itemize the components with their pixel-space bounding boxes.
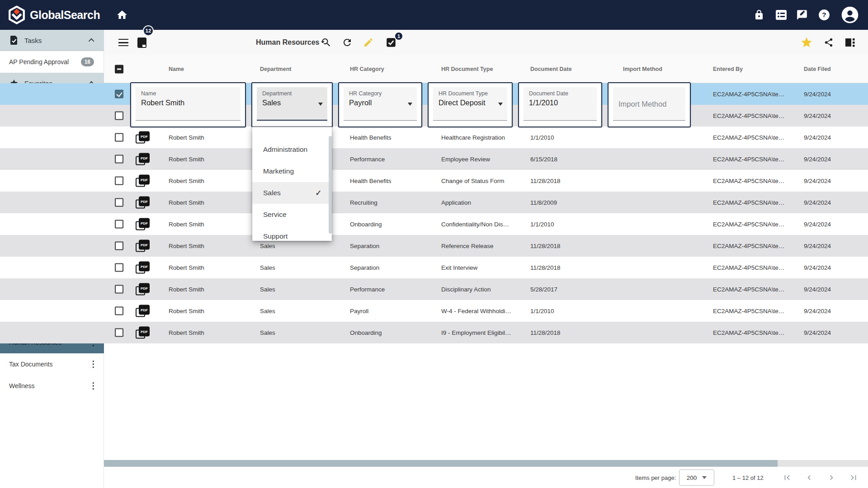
dropdown-arrow-icon[interactable] (498, 103, 503, 106)
row-checkbox[interactable] (115, 112, 123, 120)
viewer-panel-button[interactable] (844, 38, 855, 47)
tasks-selected-button[interactable]: 1 (385, 37, 406, 48)
previous-page-button[interactable] (803, 472, 815, 483)
dropdown-option[interactable]: Support (252, 225, 332, 241)
favorite-button[interactable] (800, 36, 813, 49)
dropdown-blank-option[interactable] (252, 127, 332, 139)
table-row[interactable]: PDFRobert SmithSalesHealth BenefitsChang… (0, 170, 868, 192)
dropdown-option[interactable]: Administration (252, 139, 332, 160)
table-row[interactable]: PDFRobert SmithSalesSeparationReference … (0, 235, 868, 257)
cell-entered-by: EC2AMAZ-4P5CSNA\te… (713, 178, 784, 184)
sidebar-section-tasks[interactable]: Tasks (0, 30, 104, 51)
first-page-button[interactable] (781, 472, 793, 483)
pdf-icon[interactable]: PDF (136, 175, 150, 187)
pdf-icon[interactable]: PDF (136, 283, 150, 296)
row-checkbox[interactable] (115, 220, 123, 229)
next-page-button[interactable] (826, 472, 837, 483)
edit-field-department[interactable]: Department Sales (251, 82, 333, 127)
document-date-input[interactable]: 1/1/2010 (529, 99, 592, 107)
import-method-input[interactable]: Import Method (618, 99, 666, 108)
search-again-button[interactable] (320, 37, 331, 48)
sidebar-item-ap-pending-approval[interactable]: AP Pending Approval 16 (0, 51, 104, 73)
view-list-button[interactable] (771, 0, 791, 30)
column-header-document-date[interactable]: Document Date (530, 66, 572, 72)
table-row[interactable]: PDFRobert SmithSalesPayrollW-4 - Federal… (0, 300, 868, 322)
dropdown-arrow-icon[interactable] (318, 103, 323, 106)
column-header-name[interactable]: Name (169, 66, 184, 72)
table-row[interactable]: PDFRobert SmithSalesPerformanceEmployee … (0, 148, 868, 170)
edit-button[interactable] (363, 37, 374, 48)
home-button[interactable] (112, 0, 132, 30)
cell-entered-by: EC2AMAZ-4P5CSNA\te… (713, 156, 784, 163)
cell-entered-by: EC2AMAZ-4P5CSNA\te… (713, 199, 784, 206)
table-row[interactable]: PDFRobert SmithSalesPerformanceDisciplin… (0, 278, 868, 300)
hr-document-type-select[interactable]: Direct Deposit (439, 99, 503, 107)
dropdown-option[interactable]: Marketing (252, 160, 332, 182)
edit-field-import-method[interactable]: Import Method (608, 82, 691, 127)
pdf-icon[interactable]: PDF (136, 131, 150, 144)
items-per-page-select[interactable]: 200 (679, 469, 714, 486)
row-checkbox[interactable] (115, 242, 123, 250)
option-label: Marketing (263, 167, 294, 175)
row-checkbox[interactable] (115, 133, 123, 142)
refresh-button[interactable] (342, 37, 353, 48)
pdf-icon[interactable]: PDF (136, 197, 150, 209)
select-all-checkbox[interactable] (115, 65, 123, 73)
table-row[interactable]: PDFRobert SmithSalesHealth BenefitsHealt… (0, 127, 868, 148)
row-checkbox[interactable] (115, 328, 123, 337)
sidebar-item-archive-tax-documents[interactable]: Tax Documents ⋮ (0, 353, 104, 375)
dropdown-scrollbar[interactable] (329, 136, 332, 234)
column-header-date-filed[interactable]: Date Filed (804, 66, 831, 72)
table-row[interactable]: PDFRobert SmithSalesOnboardingI9 - Emplo… (0, 322, 868, 343)
pdf-icon[interactable]: PDF (136, 240, 150, 252)
dropdown-option[interactable]: Service (252, 204, 332, 225)
edit-field-hr-category[interactable]: HR Category Payroll (338, 82, 422, 127)
table-row[interactable]: PDFRobert SmithSalesRecruitingApplicatio… (0, 192, 868, 213)
horizontal-scrollbar-track[interactable] (104, 460, 868, 467)
department-select[interactable]: Sales (262, 99, 323, 107)
account-button[interactable] (837, 0, 863, 30)
edit-field-name[interactable]: Name Robert Smith (130, 82, 246, 127)
kebab-menu-icon[interactable]: ⋮ (89, 384, 98, 388)
column-header-entered-by[interactable]: Entered By (713, 66, 743, 72)
lock-button[interactable] (749, 0, 769, 30)
hr-category-select[interactable]: Payroll (349, 99, 412, 107)
dropdown-option[interactable]: Sales✓ (252, 182, 332, 204)
menu-button[interactable] (118, 39, 128, 46)
row-checkbox[interactable] (115, 198, 123, 207)
column-header-hr-document-type[interactable]: HR Document Type (441, 66, 493, 72)
edit-field-document-date[interactable]: Document Date 1/1/2010 (518, 82, 602, 127)
edit-field-hr-document-type[interactable]: HR Document Type Direct Deposit (428, 82, 513, 127)
row-checkbox[interactable] (115, 307, 123, 315)
row-checkbox[interactable] (115, 285, 123, 294)
table-row[interactable]: PDFRobert SmithSalesOnboardingConfidenti… (0, 213, 868, 235)
feedback-button[interactable] (792, 0, 812, 30)
dropdown-arrow-icon[interactable] (408, 103, 412, 106)
share-button[interactable] (824, 38, 834, 47)
pdf-icon[interactable]: PDF (136, 327, 150, 339)
last-page-button[interactable] (848, 472, 859, 483)
row-checkbox[interactable] (115, 263, 123, 272)
pdf-icon[interactable]: PDF (136, 305, 150, 317)
row-checkbox[interactable] (115, 90, 123, 99)
pdf-icon[interactable]: PDF (136, 218, 150, 230)
sidebar-item-archive-wellness[interactable]: Wellness ⋮ (0, 375, 104, 397)
column-header-import-method[interactable]: Import Method (623, 66, 662, 72)
help-button[interactable]: ? (814, 0, 834, 30)
table-row[interactable]: PDFRobert SmithSalesSeparationExit Inter… (0, 257, 868, 278)
cell-date-filed: 9/24/2024 (804, 286, 831, 293)
row-checkbox[interactable] (115, 155, 123, 164)
cell-entered-by: EC2AMAZ-4P5CSNA\te… (713, 221, 784, 228)
cell-date-filed: 9/24/2024 (804, 221, 831, 228)
results-count-button[interactable]: 12 (137, 37, 157, 48)
cell-date-filed: 9/24/2024 (804, 329, 831, 336)
kebab-menu-icon[interactable]: ⋮ (89, 362, 98, 366)
pdf-icon[interactable]: PDF (136, 262, 150, 274)
app-logo[interactable]: GlobalSearch (7, 5, 100, 24)
pdf-icon[interactable]: PDF (136, 153, 150, 165)
name-input[interactable]: Robert Smith (141, 99, 236, 107)
column-header-department[interactable]: Department (260, 66, 291, 72)
column-header-hr-category[interactable]: HR Category (350, 66, 384, 72)
horizontal-scrollbar-thumb[interactable] (104, 460, 778, 467)
row-checkbox[interactable] (115, 177, 123, 185)
